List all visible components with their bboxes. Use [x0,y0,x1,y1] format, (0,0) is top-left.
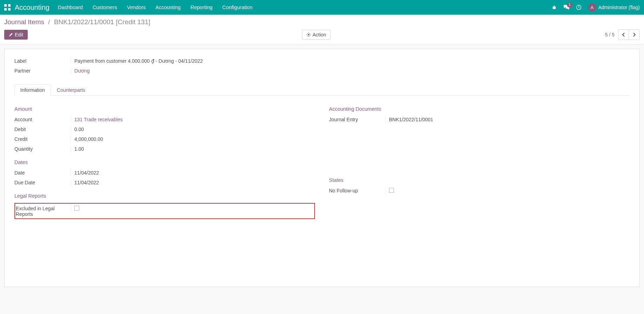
bug-icon[interactable] [551,5,557,10]
breadcrumb-current: BNK1/2022/11/0001 [Credit 131] [54,18,150,26]
svg-point-6 [308,34,309,35]
date-label: Date [14,169,71,176]
svg-rect-1 [8,4,11,7]
pager: 5 / 5 [605,29,640,40]
menu-reporting[interactable]: Reporting [190,5,213,10]
chevron-right-icon [632,33,636,37]
section-accounting-documents: Accounting Documents [329,106,630,112]
action-button-label: Action [313,32,326,37]
due-date-label: Due Date [14,179,71,185]
section-dates: Dates [14,159,315,165]
tabs: Information Counterparts [14,84,630,96]
menu-configuration[interactable]: Configuration [222,5,253,10]
action-button[interactable]: Action [302,30,331,40]
user-menu[interactable]: A Administrator (flag) [588,3,640,12]
svg-rect-2 [4,8,7,11]
edit-button[interactable]: Edit [4,30,28,40]
partner-field-label: Partner [14,67,71,74]
gear-icon [307,33,311,37]
partner-field-value[interactable]: Dương [71,67,630,74]
section-states: States [329,177,630,183]
excluded-legal-label: Excluded in Legal Reports [16,205,71,217]
excluded-legal-row: Excluded in Legal Reports [14,203,315,219]
no-followup-checkbox[interactable] [389,188,394,193]
excluded-legal-checkbox[interactable] [74,206,79,211]
account-label: Account [14,116,71,122]
avatar: A [588,3,596,12]
chevron-left-icon [622,33,625,37]
breadcrumb: Journal Items / BNK1/2022/11/0001 [Credi… [4,18,640,26]
control-panel: Journal Items / BNK1/2022/11/0001 [Credi… [0,15,644,45]
activity-icon[interactable] [576,5,582,10]
form-sheet: Label Payment from customer 4.000.000 ₫ … [4,49,640,287]
menu-vendors[interactable]: Vendors [127,5,146,10]
label-field-label: Label [14,57,71,64]
due-date-value: 11/04/2022 [71,179,315,186]
breadcrumb-parent[interactable]: Journal Items [4,18,44,26]
account-value[interactable]: 131 Trade receivables [71,116,315,123]
credit-value: 4,000,000.00 [71,136,315,143]
messages-badge: 1 [567,2,572,7]
journal-entry-value[interactable]: BNK1/2022/11/0001 [385,116,630,123]
section-legal-reports: Legal Reports [14,193,315,199]
quantity-label: Quantity [14,145,71,152]
pager-text[interactable]: 5 / 5 [605,32,615,37]
svg-point-4 [553,6,556,9]
credit-label: Credit [14,136,71,142]
apps-icon[interactable] [4,4,11,11]
messages-icon[interactable]: 1 [563,5,570,10]
no-followup-label: No Follow-up [329,187,385,193]
pager-next-button[interactable] [629,30,639,40]
label-field-value: Payment from customer 4.000.000 ₫ - Dươn… [71,57,630,64]
menu-customers[interactable]: Customers [93,5,117,10]
debit-value: 0.00 [71,126,315,133]
pencil-icon [9,33,13,37]
journal-entry-label: Journal Entry [329,116,385,122]
edit-button-label: Edit [15,32,23,37]
pager-prev-button[interactable] [618,30,629,40]
brand-title[interactable]: Accounting [15,4,49,12]
tab-counterparts[interactable]: Counterparts [51,84,91,96]
top-nav: Accounting Dashboard Customers Vendors A… [0,0,644,15]
menu-dashboard[interactable]: Dashboard [58,5,83,10]
debit-label: Debit [14,126,71,132]
svg-rect-0 [4,4,7,7]
menu-accounting[interactable]: Accounting [155,5,181,10]
user-name: Administrator (flag) [598,5,640,10]
section-amount: Amount [14,106,315,112]
main-menu: Dashboard Customers Vendors Accounting R… [58,5,551,10]
tab-information[interactable]: Information [14,84,51,96]
breadcrumb-separator: / [48,18,50,26]
quantity-value: 1.00 [71,145,315,152]
svg-rect-3 [8,8,11,11]
date-value: 11/04/2022 [71,169,315,176]
